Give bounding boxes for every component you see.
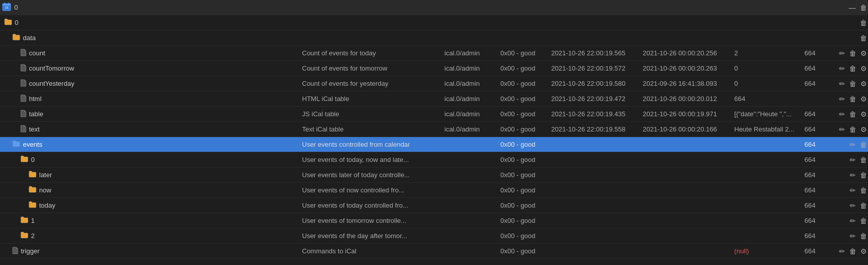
root-label: 0 (14, 4, 18, 11)
item-actions: ✏🗑⚙ (827, 111, 868, 118)
edit-btn[interactable]: ✏ (838, 95, 846, 103)
list-item[interactable]: html HTML iCal table ical.0/admin 0x00 -… (0, 91, 868, 107)
edit-btn[interactable]: ✏ (849, 217, 857, 224)
delete-btn[interactable]: 🗑 (848, 248, 857, 255)
settings-btn[interactable]: ⚙ (859, 248, 868, 255)
edit-btn[interactable]: ✏ (849, 233, 857, 240)
delete-btn[interactable]: 🗑 (848, 50, 857, 57)
delete-btn[interactable]: 🗑 (848, 126, 857, 133)
root-collapse-btn[interactable]: — (848, 4, 857, 11)
item-size: 664 (804, 247, 827, 255)
folder-icon (28, 186, 37, 194)
item-actions: ✏🗑 (827, 233, 868, 240)
root-delete-btn[interactable]: 🗑 (859, 4, 868, 11)
delete-btn[interactable]: 🗑 (859, 156, 868, 163)
item-created: 2021-10-26 22:00:19.572 (551, 64, 643, 72)
item-status: 0x00 - good (500, 186, 551, 194)
delete-btn[interactable]: 🗑 (859, 19, 868, 26)
edit-btn[interactable]: ✏ (849, 202, 857, 209)
item-name: count (29, 49, 45, 57)
settings-btn[interactable]: ⚙ (859, 126, 868, 133)
file-icon (20, 49, 26, 58)
item-name: later (39, 171, 52, 179)
list-item[interactable]: trigger Commands to iCal 0x00 - good (nu… (0, 244, 868, 259)
item-desc: Text iCal table (302, 125, 444, 133)
edit-btn[interactable]: ✏ (838, 65, 846, 72)
item-status: 0x00 - good (500, 202, 551, 209)
item-name: 2 (31, 232, 35, 240)
item-actions: 🗑 (827, 35, 868, 42)
list-item[interactable]: data 🗑 (0, 30, 868, 46)
delete-btn[interactable]: 🗑 (859, 172, 868, 179)
list-item[interactable]: table JS iCal table ical.0/admin 0x00 - … (0, 107, 868, 122)
delete-btn[interactable]: 🗑 (859, 202, 868, 209)
item-name: 0 (31, 156, 35, 163)
delete-btn[interactable]: 🗑 (859, 187, 868, 194)
item-name: trigger (21, 247, 40, 255)
list-item[interactable]: 2 User events of the day after tomor... … (0, 228, 868, 244)
folder-icon (28, 201, 37, 210)
delete-btn[interactable]: 🗑 (859, 233, 868, 240)
list-item[interactable]: events User events controlled from calen… (0, 137, 868, 152)
item-name: today (39, 202, 55, 209)
item-value: [{"date":"Heute ","... (734, 110, 804, 118)
item-size: 664 (804, 80, 827, 87)
list-item[interactable]: count Count of events for today ical.0/a… (0, 46, 868, 61)
edit-btn[interactable]: ✏ (838, 126, 846, 133)
item-name: data (23, 34, 36, 42)
item-value: 0 (734, 64, 804, 72)
list-item[interactable]: countTomorrow Count of events for tomorr… (0, 61, 868, 76)
item-status: 0x00 - good (500, 232, 551, 240)
item-name: now (39, 186, 51, 194)
list-item[interactable]: later User events later of today control… (0, 168, 868, 183)
edit-btn[interactable]: ✏ (849, 141, 857, 148)
item-modified: 2021-10-26 00:00:20.263 (643, 64, 734, 72)
delete-btn[interactable]: 🗑 (859, 35, 868, 42)
delete-btn[interactable]: 🗑 (848, 65, 857, 72)
list-item[interactable]: countYesterday Count of events for yeste… (0, 76, 868, 91)
list-item[interactable]: today User events of today controlled fr… (0, 198, 868, 213)
item-size: 664 (804, 217, 827, 224)
list-item[interactable]: 0 User events of today, now and late... … (0, 152, 868, 168)
list-item[interactable]: 0 🗑 (0, 15, 868, 30)
item-actions: ✏🗑⚙ (827, 248, 868, 255)
edit-btn[interactable]: ✏ (849, 156, 857, 163)
item-actions: ✏🗑⚙ (827, 50, 868, 57)
edit-btn[interactable]: ✏ (838, 50, 846, 57)
item-actions: ✏🗑⚙ (827, 65, 868, 72)
settings-btn[interactable]: ⚙ (859, 65, 868, 72)
item-status: 0x00 - good (500, 110, 551, 118)
edit-btn[interactable]: ✏ (849, 187, 857, 194)
delete-btn[interactable]: 🗑 (848, 111, 857, 118)
file-icon (20, 110, 26, 119)
delete-btn[interactable]: 🗑 (848, 80, 857, 87)
edit-btn[interactable]: ✏ (838, 80, 846, 87)
settings-btn[interactable]: ⚙ (859, 95, 868, 103)
item-status: 0x00 - good (500, 49, 551, 57)
delete-btn[interactable]: 🗑 (848, 95, 857, 103)
delete-btn[interactable]: 🗑 (859, 217, 868, 224)
item-value: (null) (734, 247, 804, 255)
edit-btn[interactable]: ✏ (838, 111, 846, 118)
list-item[interactable]: text Text iCal table ical.0/admin 0x00 -… (0, 122, 868, 137)
svg-rect-1 (3, 4, 11, 6)
edit-btn[interactable]: ✏ (849, 172, 857, 179)
item-actions: ✏🗑 (827, 202, 868, 209)
item-created: 2021-10-26 22:00:19.472 (551, 95, 643, 103)
item-status: 0x00 - good (500, 171, 551, 179)
file-icon (12, 247, 18, 256)
item-created: 2021-10-26 22:00:19.435 (551, 110, 643, 118)
settings-btn[interactable]: ⚙ (859, 50, 868, 57)
list-item[interactable]: 1 User events of tomorrow controlle... 0… (0, 213, 868, 228)
folder-icon (4, 18, 12, 27)
item-status: 0x00 - good (500, 247, 551, 255)
settings-btn[interactable]: ⚙ (859, 111, 868, 118)
item-status: 0x00 - good (500, 141, 551, 148)
item-name: 1 (31, 217, 35, 224)
file-icon (20, 64, 26, 73)
edit-btn[interactable]: ✏ (838, 248, 846, 255)
list-item[interactable]: now User events of now controlled fro...… (0, 183, 868, 198)
delete-btn[interactable]: 🗑 (859, 141, 868, 148)
item-modified: 2021-10-26 00:00:20.166 (643, 125, 734, 133)
settings-btn[interactable]: ⚙ (859, 80, 868, 87)
